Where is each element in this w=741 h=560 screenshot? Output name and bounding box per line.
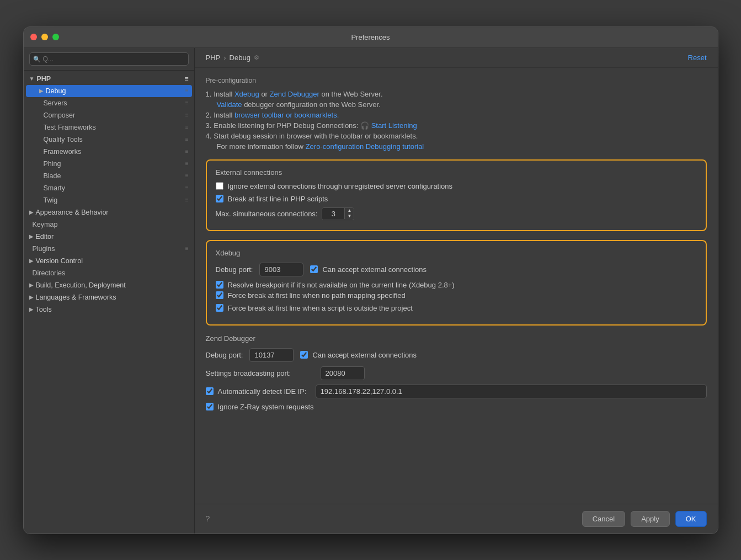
test-icon: ≡	[185, 124, 189, 130]
xdebug-resolve-checkbox[interactable]	[216, 281, 223, 289]
sidebar-tools-label: Tools	[36, 306, 52, 313]
sidebar-item-plugins[interactable]: Plugins ≡	[24, 243, 194, 255]
step1-text: Install Xdebug or Zend Debugger on the W…	[214, 90, 382, 98]
breadcrumb-debug: Debug	[230, 54, 250, 62]
xdebug-link[interactable]: Xdebug	[234, 90, 259, 98]
validate-link[interactable]: Validate	[217, 100, 242, 109]
sidebar-item-directories[interactable]: Directories	[24, 267, 194, 279]
breadcrumb: PHP › Debug ⚙	[206, 54, 259, 62]
php-chevron: ▼	[29, 76, 35, 82]
sidebar-servers-label: Servers	[44, 99, 67, 107]
smarty-icon: ≡	[185, 185, 189, 191]
step1-sub-text: Validate debugger configuration on the W…	[217, 100, 381, 109]
sidebar-vc-label: Version Control	[36, 257, 83, 265]
apply-button[interactable]: Apply	[631, 511, 670, 527]
titlebar: Preferences	[24, 27, 718, 48]
lang-chevron: ▶	[29, 294, 34, 300]
frameworks-icon: ≡	[185, 148, 189, 154]
search-input[interactable]	[29, 52, 189, 66]
reset-button[interactable]: Reset	[688, 54, 707, 62]
php-icon: ≡	[184, 75, 188, 83]
zend-can-accept-checkbox[interactable]	[300, 351, 308, 359]
xdebug-port-input[interactable]	[259, 263, 303, 276]
xdebug-can-accept-checkbox[interactable]	[310, 265, 318, 273]
sidebar-section-php[interactable]: ▼ PHP ≡	[24, 73, 194, 85]
sidebar-item-keymap[interactable]: Keymap	[24, 218, 194, 231]
zend-debugger-link[interactable]: Zend Debugger	[270, 90, 319, 98]
max-conn-input[interactable]	[322, 208, 344, 220]
sidebar-item-editor[interactable]: ▶ Editor	[24, 231, 194, 243]
sidebar-item-frameworks[interactable]: Frameworks ≡	[24, 146, 194, 158]
zend-debugger-section: Zend Debugger Debug port: Can accept ext…	[206, 334, 707, 411]
sidebar-item-appearance[interactable]: ▶ Appearance & Behavior	[24, 206, 194, 218]
zend-broadcast-label: Settings broadcasting port:	[206, 369, 316, 377]
help-icon[interactable]: ?	[206, 514, 210, 523]
sidebar-keymap-label: Keymap	[33, 221, 58, 228]
vc-chevron: ▶	[29, 258, 34, 264]
sidebar-item-version-control[interactable]: ▶ Version Control	[24, 255, 194, 267]
sidebar-item-debug[interactable]: ▶ Debug ≡	[26, 85, 192, 97]
breadcrumb-settings-icon: ⚙	[254, 54, 259, 61]
cancel-button[interactable]: Cancel	[582, 511, 625, 527]
xdebug-can-accept-row: Can accept external connections	[310, 265, 427, 274]
spinner-down-button[interactable]: ▼	[345, 214, 354, 219]
xdebug-title: Xdebug	[216, 249, 697, 257]
close-button[interactable]	[30, 34, 37, 40]
main-header: PHP › Debug ⚙ Reset	[195, 48, 718, 68]
composer-icon: ≡	[185, 112, 189, 118]
sidebar-item-composer[interactable]: Composer ≡	[24, 109, 194, 121]
tools-chevron: ▶	[29, 306, 34, 312]
spinner-up-button[interactable]: ▲	[345, 208, 354, 214]
sidebar-directories-label: Directories	[33, 269, 66, 277]
sidebar-item-languages[interactable]: ▶ Languages & Frameworks	[24, 291, 194, 303]
max-connections-row: Max. simultaneous connections: ▲ ▼	[216, 207, 697, 220]
zend-broadcast-input[interactable]	[321, 366, 365, 380]
zend-ignore-zray-checkbox[interactable]	[206, 403, 214, 410]
sidebar-item-blade[interactable]: Blade ≡	[24, 170, 194, 182]
zend-port-input[interactable]	[249, 348, 294, 362]
main-scroll: Pre-configuration Install Xdebug or Zend…	[195, 68, 718, 504]
zend-port-row: Debug port: Can accept external connecti…	[206, 348, 707, 362]
sidebar-item-smarty[interactable]: Smarty ≡	[24, 182, 194, 194]
sidebar-item-test-frameworks[interactable]: Test Frameworks ≡	[24, 121, 194, 134]
sidebar-item-twig[interactable]: Twig ≡	[24, 194, 194, 206]
xdebug-resolve-label: Resolve breakpoint if it's not available…	[228, 281, 455, 289]
sidebar-nav: ▼ PHP ≡ ▶ Debug ≡ Servers ≡	[24, 71, 194, 534]
sidebar-composer-label: Composer	[44, 111, 76, 119]
ok-button[interactable]: OK	[675, 511, 707, 527]
sidebar-item-tools[interactable]: ▶ Tools	[24, 303, 194, 316]
xdebug-force-break2-checkbox[interactable]	[216, 304, 223, 312]
debug-icon: ≡	[185, 88, 189, 94]
zero-config-link[interactable]: Zero-configuration Debugging tutorial	[306, 142, 424, 151]
sidebar-item-servers[interactable]: Servers ≡	[24, 97, 194, 109]
zend-ignore-zray-label: Ignore Z-Ray system requests	[218, 403, 314, 411]
start-listening-link[interactable]: Start Listening	[371, 121, 417, 130]
break-first-line-checkbox[interactable]	[216, 195, 223, 202]
minimize-button[interactable]	[41, 34, 48, 40]
appearance-chevron: ▶	[29, 209, 34, 215]
zend-debugger-title: Zend Debugger	[206, 334, 707, 343]
sidebar-item-phing[interactable]: Phing ≡	[24, 158, 194, 170]
external-connections-title: External connections	[216, 168, 697, 177]
step2-text: Install browser toolbar or bookmarklets.	[214, 111, 339, 119]
maximize-button[interactable]	[52, 34, 59, 40]
step4-text: Start debug session in browser with the …	[214, 132, 418, 140]
zend-ip-input[interactable]	[316, 385, 707, 398]
sidebar-plugins-label: Plugins	[33, 245, 55, 253]
pre-config-step4-sub: For more information follow Zero-configu…	[206, 142, 707, 151]
ignore-external-checkbox[interactable]	[216, 182, 223, 190]
twig-icon: ≡	[185, 197, 189, 203]
sidebar-debug-label: Debug	[46, 87, 66, 95]
sidebar-item-build[interactable]: ▶ Build, Execution, Deployment	[24, 279, 194, 291]
xdebug-can-accept-label: Can accept external connections	[322, 265, 427, 274]
pre-config-step2: Install browser toolbar or bookmarklets.	[206, 111, 707, 119]
search-wrapper: 🔍	[29, 52, 189, 66]
xdebug-force-break1-checkbox[interactable]	[216, 291, 223, 299]
zend-can-accept-label: Can accept external connections	[312, 351, 417, 359]
sidebar-item-quality-tools[interactable]: Quality Tools ≡	[24, 134, 194, 146]
browser-toolbar-link[interactable]: browser toolbar or bookmarklets.	[234, 111, 339, 119]
servers-icon: ≡	[185, 100, 189, 106]
pre-config-title: Pre-configuration	[206, 77, 707, 84]
step4-sub-text: For more information follow Zero-configu…	[217, 142, 424, 151]
zend-auto-detect-checkbox[interactable]	[206, 387, 214, 395]
